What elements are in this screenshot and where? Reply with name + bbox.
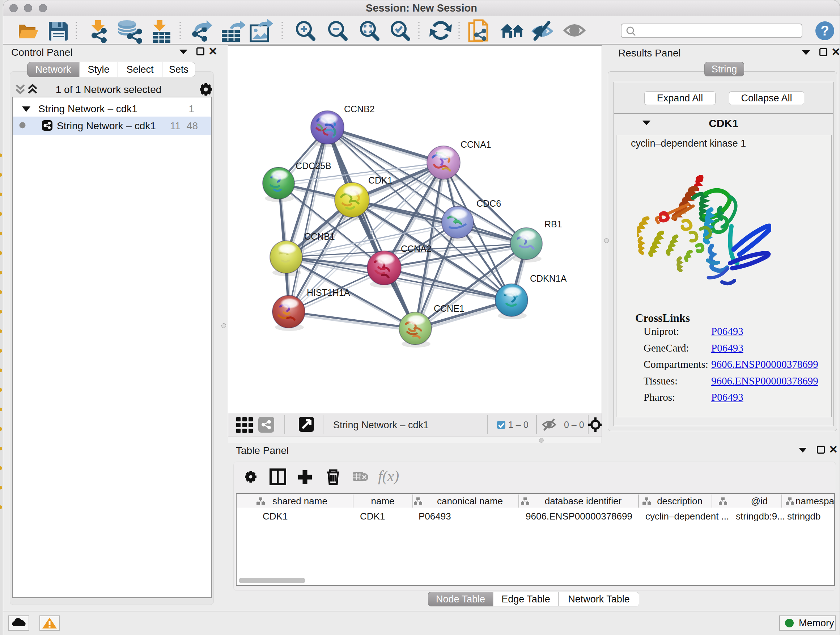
svg-text:String Network – cdk1: String Network – cdk1 [57,120,156,131]
svg-text:RB1: RB1 [545,219,562,229]
svg-text:f(x): f(x) [378,468,399,485]
svg-text:database identifier: database identifier [545,496,622,507]
svg-text:1 of 1 Network selected: 1 of 1 Network selected [56,84,162,95]
svg-text:CCNA1: CCNA1 [461,139,491,149]
svg-text:CDK1: CDK1 [368,175,393,185]
svg-text:stringdb: stringdb [787,511,821,522]
svg-text:name: name [371,496,394,507]
svg-text:CCNA2: CCNA2 [401,244,431,254]
svg-text:CCNB2: CCNB2 [344,104,375,114]
svg-text:namespace: namespace [796,496,834,507]
svg-text:HIST1H1A: HIST1H1A [307,287,350,298]
svg-text:String Network – cdk1: String Network – cdk1 [38,103,137,114]
svg-text:?: ? [821,23,829,38]
svg-text:canonical name: canonical name [437,496,503,507]
svg-text:CDKN1A: CDKN1A [530,273,567,283]
svg-text:1 – 0: 1 – 0 [508,420,529,430]
svg-text:0 – 0: 0 – 0 [564,420,584,430]
svg-text:@id: @id [751,496,768,507]
svg-text:shared name: shared name [272,496,327,507]
svg-text:9606.ENSP00000378699: 9606.ENSP00000378699 [526,511,632,522]
svg-text:P06493: P06493 [418,511,451,522]
svg-text:48: 48 [187,120,198,131]
svg-text:CCNE1: CCNE1 [434,303,464,314]
svg-text:CDK1: CDK1 [360,511,385,522]
svg-text:CDK1: CDK1 [263,511,287,522]
svg-text:description: description [657,496,703,507]
svg-text:String Network – cdk1: String Network – cdk1 [333,420,429,431]
svg-text:11: 11 [170,120,180,131]
svg-text:CDC25B: CDC25B [295,161,332,171]
svg-text:1: 1 [188,103,194,114]
svg-text:CDC6: CDC6 [477,198,501,209]
svg-text:cyclin–dependent ...: cyclin–dependent ... [645,511,729,522]
svg-text:CCNB1: CCNB1 [304,231,335,241]
svg-text:stringdb:9...: stringdb:9... [736,511,785,522]
